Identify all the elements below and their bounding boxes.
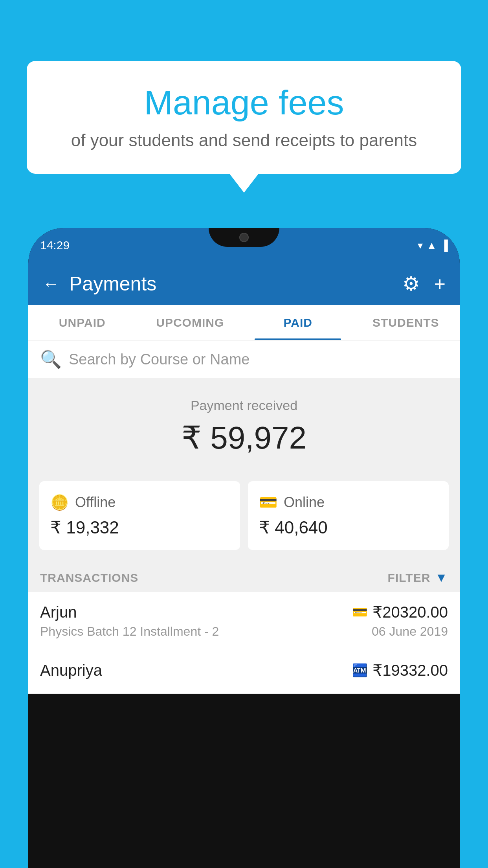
status-bar: 14:29 ▾ ▲ ▐ — [28, 228, 460, 263]
payment-cards: 🪙 Offline ₹ 19,332 💳 Online ₹ 40,640 — [28, 472, 460, 559]
offline-card-header: 🪙 Offline — [50, 494, 229, 511]
transaction-date: 06 June 2019 — [372, 624, 448, 639]
tab-unpaid[interactable]: UNPAID — [28, 305, 136, 340]
add-icon[interactable]: + — [434, 272, 446, 295]
status-icons: ▾ ▲ ▐ — [418, 239, 448, 252]
course-info: Physics Batch 12 Installment - 2 — [40, 624, 219, 639]
offline-amount: ₹ 19,332 — [50, 517, 229, 537]
payment-summary: Payment received ₹ 59,972 — [28, 378, 460, 472]
bubble-title: Manage fees — [50, 83, 438, 123]
header-left: ← Payments — [42, 272, 156, 295]
online-card-header: 💳 Online — [259, 494, 438, 511]
speech-bubble: Manage fees of your students and send re… — [27, 61, 461, 174]
phone-frame: 14:29 ▾ ▲ ▐ ← Payments ⚙ + UNPAID UPCOMI… — [28, 228, 460, 868]
transaction-row[interactable]: Anupriya 🏧 ₹19332.00 — [28, 650, 460, 694]
offline-label: Offline — [75, 494, 116, 511]
header-title: Payments — [69, 272, 156, 295]
transactions-label: TRANSACTIONS — [40, 571, 138, 585]
phone-notch — [209, 228, 279, 247]
bubble-subtitle: of your students and send receipts to pa… — [50, 131, 438, 150]
app-header: ← Payments ⚙ + — [28, 263, 460, 305]
signal-icon: ▲ — [427, 239, 437, 252]
tab-paid[interactable]: PAID — [244, 305, 352, 340]
filter-button[interactable]: FILTER ▼ — [388, 570, 448, 585]
transactions-header: TRANSACTIONS FILTER ▼ — [28, 559, 460, 592]
search-placeholder: Search by Course or Name — [69, 351, 250, 368]
settings-icon[interactable]: ⚙ — [402, 272, 420, 295]
card-payment-icon: 💳 — [352, 605, 368, 620]
online-label: Online — [284, 494, 325, 511]
status-time: 14:29 — [40, 239, 70, 252]
student-name: Anupriya — [40, 662, 102, 679]
online-card: 💳 Online ₹ 40,640 — [248, 481, 449, 550]
wifi-icon: ▾ — [418, 239, 423, 252]
total-amount: ₹ 59,972 — [40, 419, 448, 456]
transaction-top: Anupriya 🏧 ₹19332.00 — [40, 661, 448, 679]
screen-content: 🔍 Search by Course or Name Payment recei… — [28, 340, 460, 694]
payment-received-label: Payment received — [40, 398, 448, 413]
search-icon: 🔍 — [40, 349, 62, 370]
transaction-row[interactable]: Arjun 💳 ₹20320.00 Physics Batch 12 Insta… — [28, 592, 460, 650]
transaction-top: Arjun 💳 ₹20320.00 — [40, 603, 448, 621]
online-amount: ₹ 40,640 — [259, 517, 438, 537]
transaction-amount-row: 🏧 ₹19332.00 — [352, 661, 448, 679]
online-icon: 💳 — [259, 494, 277, 511]
search-bar[interactable]: 🔍 Search by Course or Name — [28, 340, 460, 378]
filter-label: FILTER — [388, 571, 431, 585]
transaction-amount: ₹20320.00 — [372, 603, 448, 621]
back-button[interactable]: ← — [42, 275, 60, 292]
offline-icon: 🪙 — [50, 494, 69, 511]
header-right: ⚙ + — [402, 272, 446, 295]
tab-students[interactable]: STUDENTS — [352, 305, 460, 340]
transaction-bottom: Physics Batch 12 Installment - 2 06 June… — [40, 624, 448, 639]
transaction-amount: ₹19332.00 — [372, 661, 448, 679]
transaction-amount-row: 💳 ₹20320.00 — [352, 603, 448, 621]
wallet-payment-icon: 🏧 — [352, 663, 368, 678]
battery-icon: ▐ — [441, 239, 448, 252]
filter-icon: ▼ — [435, 570, 448, 585]
student-name: Arjun — [40, 603, 77, 621]
front-camera — [239, 233, 249, 242]
tab-bar: UNPAID UPCOMING PAID STUDENTS — [28, 305, 460, 340]
tab-upcoming[interactable]: UPCOMING — [136, 305, 244, 340]
offline-card: 🪙 Offline ₹ 19,332 — [39, 481, 240, 550]
